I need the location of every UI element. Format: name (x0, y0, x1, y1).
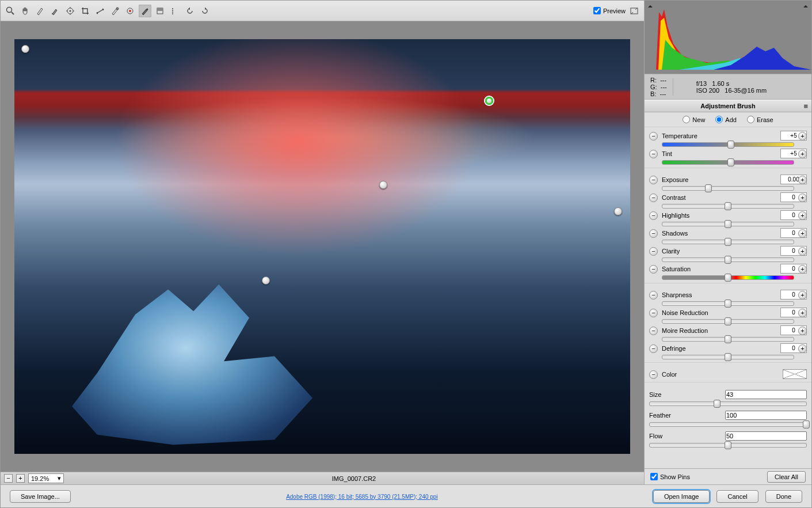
minus-button[interactable]: − (649, 309, 658, 317)
hand-tool-icon[interactable] (19, 5, 32, 17)
slider-label: Clarity (662, 248, 680, 255)
filename-label: IMG_0007.CR2 (332, 475, 376, 482)
svg-point-0 (7, 7, 12, 12)
white-balance-tool-icon[interactable] (34, 5, 47, 17)
adjustment-pin[interactable] (21, 45, 29, 53)
brush-size: Size (649, 388, 807, 408)
plus-button[interactable]: + (798, 229, 807, 238)
slider-track[interactable] (662, 319, 794, 324)
minus-button[interactable]: − (649, 229, 658, 238)
slider-track[interactable] (662, 275, 794, 280)
canvas[interactable] (1, 21, 644, 472)
minus-button[interactable]: − (649, 132, 658, 141)
brush-value-input[interactable] (725, 390, 807, 399)
minus-button[interactable]: − (649, 327, 658, 335)
plus-button[interactable]: + (798, 132, 807, 141)
slider-track[interactable] (662, 355, 794, 359)
plus-button[interactable]: + (798, 176, 807, 184)
brush-track[interactable] (649, 422, 807, 427)
zoom-tool-icon[interactable] (4, 5, 17, 17)
slider-track[interactable] (662, 257, 794, 262)
histogram[interactable]: R: --- G: --- B: --- f/13 1.60 s ISO 200… (645, 1, 811, 100)
slider-clarity: − + Clarity (649, 245, 807, 263)
slider-track[interactable] (662, 337, 794, 342)
brush-track[interactable] (649, 443, 807, 448)
minus-button[interactable]: − (649, 194, 658, 202)
plus-button[interactable]: + (798, 309, 807, 317)
fullscreen-icon[interactable] (628, 5, 641, 17)
slider-track[interactable] (662, 204, 794, 208)
preview-checkbox[interactable]: Preview (593, 7, 626, 14)
adjustment-brush-tool-icon[interactable] (139, 5, 151, 17)
plus-button[interactable]: + (798, 327, 807, 335)
brush-label: Flow (649, 433, 662, 439)
photo-preview[interactable] (14, 39, 630, 454)
minus-button[interactable]: − (649, 370, 658, 379)
slider-defringe: − + Defringe (649, 342, 807, 360)
slider-temperature: − + Temperature (649, 130, 807, 147)
done-button[interactable]: Done (765, 490, 802, 503)
targeted-adjust-tool-icon[interactable] (64, 5, 77, 17)
rotate-ccw-icon[interactable] (184, 5, 196, 17)
adjustment-pin[interactable] (379, 181, 387, 189)
slider-label: Saturation (662, 266, 691, 272)
slider-track[interactable] (662, 301, 794, 306)
plus-button[interactable]: + (798, 150, 807, 158)
zoom-out-button[interactable]: − (4, 474, 13, 483)
svg-point-5 (116, 7, 119, 10)
mode-add-radio[interactable]: Add (715, 116, 737, 123)
save-image-button[interactable]: Save Image... (10, 490, 71, 503)
minus-button[interactable]: − (649, 291, 658, 300)
slider-track[interactable] (662, 186, 794, 191)
minus-button[interactable]: − (649, 176, 658, 184)
clear-all-button[interactable]: Clear All (767, 471, 806, 483)
plus-button[interactable]: + (798, 265, 807, 274)
plus-button[interactable]: + (798, 344, 807, 353)
cancel-button[interactable]: Cancel (716, 490, 758, 503)
adjustment-pin[interactable] (262, 276, 270, 285)
zoom-select[interactable]: 19.2%▾ (28, 473, 64, 483)
slider-track[interactable] (662, 160, 794, 165)
panel-menu-icon[interactable]: ≡ (803, 102, 808, 111)
slider-label: Tint (662, 150, 672, 157)
color-sampler-tool-icon[interactable] (49, 5, 62, 17)
red-eye-tool-icon[interactable] (124, 5, 136, 17)
adjustment-pin[interactable] (614, 207, 622, 215)
profile-link[interactable]: Adobe RGB (1998); 16 bit; 5685 by 3790 (… (286, 494, 438, 500)
minus-button[interactable]: − (649, 344, 658, 353)
straighten-tool-icon[interactable] (94, 5, 106, 17)
minus-button[interactable]: − (649, 150, 658, 158)
mode-new-radio[interactable]: New (683, 116, 705, 123)
plus-button[interactable]: + (798, 211, 807, 220)
show-pins-checkbox[interactable]: Show Pins (650, 473, 690, 480)
mode-erase-radio[interactable]: Erase (747, 116, 773, 123)
open-image-button[interactable]: Open Image (653, 490, 710, 503)
adjustment-pin-active[interactable] (485, 97, 493, 105)
graduated-filter-tool-icon[interactable] (154, 5, 166, 17)
plus-button[interactable]: + (798, 247, 807, 256)
crop-tool-icon[interactable] (79, 5, 92, 17)
brush-mode-radios: New Add Erase (645, 112, 811, 127)
spot-removal-tool-icon[interactable] (109, 5, 121, 17)
rotate-cw-icon[interactable] (199, 5, 211, 17)
slider-track[interactable] (662, 142, 794, 147)
plus-button[interactable]: + (798, 291, 807, 300)
brush-track[interactable] (649, 401, 807, 406)
slider-shadows: − + Shadows (649, 227, 807, 245)
zoom-in-button[interactable]: + (16, 474, 25, 483)
svg-point-4 (70, 10, 71, 12)
radial-filter-tool-icon[interactable] (169, 5, 181, 17)
color-swatch[interactable] (783, 369, 807, 379)
slider-exposure: − + Exposure (649, 173, 807, 191)
minus-button[interactable]: − (649, 211, 658, 220)
slider-label: Noise Reduction (662, 309, 708, 316)
brush-label: Size (649, 391, 661, 398)
brush-value-input[interactable] (725, 431, 807, 441)
minus-button[interactable]: − (649, 247, 658, 256)
slider-sharpness: − + Sharpness (649, 289, 807, 306)
minus-button[interactable]: − (649, 265, 658, 274)
brush-value-input[interactable] (725, 411, 807, 420)
slider-track[interactable] (662, 240, 794, 244)
plus-button[interactable]: + (798, 194, 807, 202)
slider-track[interactable] (662, 222, 794, 226)
